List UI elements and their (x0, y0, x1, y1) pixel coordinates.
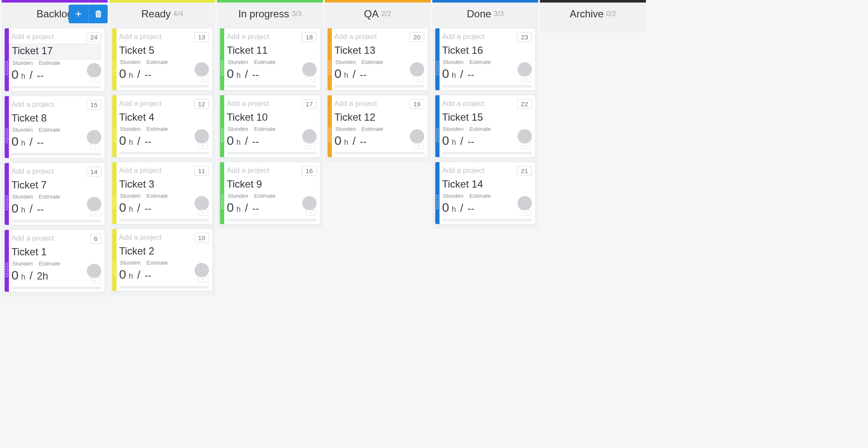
project-placeholder[interactable]: Add a project (119, 166, 161, 175)
card[interactable]: Add a project12Ticket 4StundenEstimate0h… (112, 95, 213, 158)
drag-handle-icon[interactable] (113, 261, 116, 277)
drag-handle-icon[interactable] (5, 262, 8, 277)
tag-placeholder[interactable]: -- (521, 143, 531, 149)
card[interactable]: Add a project14Ticket 7StundenEstimate0h… (4, 163, 105, 225)
project-placeholder[interactable]: Add a project (11, 33, 54, 41)
drag-handle-icon[interactable] (113, 61, 116, 76)
card-title[interactable]: Ticket 4 (117, 111, 209, 126)
assignee-avatar[interactable] (410, 129, 424, 144)
assignee-avatar[interactable] (302, 129, 317, 144)
assignee-avatar[interactable] (195, 62, 209, 77)
card[interactable]: Add a project11Ticket 3StundenEstimate0h… (112, 162, 213, 224)
card[interactable]: Add a project20Ticket 13StundenEstimate0… (327, 28, 428, 91)
card-title[interactable]: Ticket 10 (224, 111, 317, 126)
project-placeholder[interactable]: Add a project (11, 234, 54, 243)
column-header[interactable]: QA2/2 (325, 3, 431, 25)
add-card-button[interactable] (69, 5, 88, 23)
column-header[interactable]: Backlog (2, 3, 108, 25)
tag-placeholder[interactable]: -- (306, 143, 316, 149)
card-title[interactable]: Ticket 5 (117, 44, 209, 59)
project-placeholder[interactable]: Add a project (442, 100, 484, 108)
card[interactable]: Add a project18Ticket 11StundenEstimate0… (220, 28, 320, 91)
drag-handle-icon[interactable] (220, 61, 224, 76)
project-placeholder[interactable]: Add a project (119, 100, 161, 108)
tag-placeholder[interactable]: -- (198, 210, 208, 216)
tag-placeholder[interactable]: -- (306, 76, 316, 82)
card-title[interactable]: Ticket 15 (440, 111, 532, 126)
assignee-avatar[interactable] (517, 196, 532, 210)
assignee-avatar[interactable] (302, 62, 317, 77)
card-title[interactable]: Ticket 16 (440, 44, 532, 59)
card[interactable]: Add a project15Ticket 8StundenEstimate0h… (4, 96, 105, 158)
column-header[interactable]: In progress3/3 (217, 3, 323, 25)
assignee-avatar[interactable] (195, 196, 209, 210)
assignee-avatar[interactable] (195, 129, 209, 144)
assignee-avatar[interactable] (195, 263, 209, 277)
card-title[interactable]: Ticket 14 (440, 177, 532, 193)
drag-handle-icon[interactable] (328, 61, 331, 76)
card[interactable]: Add a project19Ticket 12StundenEstimate0… (327, 95, 428, 158)
tag-placeholder[interactable]: -- (90, 210, 100, 216)
project-placeholder[interactable]: Add a project (442, 166, 484, 175)
drag-handle-icon[interactable] (5, 128, 8, 144)
card[interactable]: Add a project24Ticket 17StundenEstimate0… (4, 28, 105, 91)
tag-placeholder[interactable]: -- (90, 277, 100, 283)
card-title[interactable]: Ticket 13 (332, 44, 424, 59)
assignee-avatar[interactable] (87, 63, 101, 77)
card-title[interactable]: Ticket 11 (224, 44, 317, 59)
tag-placeholder[interactable]: -- (413, 76, 423, 82)
tag-placeholder[interactable]: -- (413, 143, 423, 149)
project-placeholder[interactable]: Add a project (119, 33, 161, 41)
card-title[interactable]: Ticket 3 (117, 177, 209, 193)
tag-placeholder[interactable]: -- (521, 76, 531, 82)
drag-handle-icon[interactable] (5, 195, 8, 210)
card[interactable]: Add a project6Ticket 1StundenEstimate0h/… (4, 230, 105, 292)
project-placeholder[interactable]: Add a project (11, 167, 54, 176)
assignee-avatar[interactable] (87, 197, 101, 211)
tag-placeholder[interactable]: -- (198, 76, 208, 82)
drag-handle-icon[interactable] (436, 61, 439, 76)
tag-placeholder[interactable]: -- (306, 210, 316, 216)
card-title[interactable]: Ticket 12 (332, 111, 424, 126)
assignee-avatar[interactable] (302, 196, 317, 210)
delete-button[interactable] (88, 5, 108, 23)
drag-handle-icon[interactable] (113, 127, 116, 143)
card-title[interactable]: Ticket 8 (9, 111, 101, 127)
assignee-avatar[interactable] (87, 130, 101, 144)
card[interactable]: Add a project21Ticket 14StundenEstimate0… (435, 162, 536, 224)
column-header[interactable]: Archive0/2 (540, 3, 646, 25)
drag-handle-icon[interactable] (436, 127, 439, 143)
tag-placeholder[interactable]: -- (198, 143, 208, 149)
assignee-avatar[interactable] (410, 62, 424, 77)
drag-handle-icon[interactable] (328, 127, 331, 143)
drag-handle-icon[interactable] (113, 194, 116, 210)
project-placeholder[interactable]: Add a project (227, 166, 269, 175)
card[interactable]: Add a project16Ticket 9StundenEstimate0h… (220, 162, 320, 224)
project-placeholder[interactable]: Add a project (334, 33, 377, 41)
column-header[interactable]: Ready4/4 (109, 3, 215, 25)
tag-placeholder[interactable]: -- (90, 77, 100, 83)
project-placeholder[interactable]: Add a project (227, 33, 269, 41)
assignee-avatar[interactable] (517, 62, 532, 77)
card-title[interactable]: Ticket 2 (117, 244, 209, 260)
project-placeholder[interactable]: Add a project (334, 100, 377, 108)
card-title[interactable]: Ticket 1 (9, 245, 101, 260)
assignee-avatar[interactable] (87, 264, 101, 278)
assignee-avatar[interactable] (517, 129, 532, 144)
card[interactable]: Add a project17Ticket 10StundenEstimate0… (220, 95, 320, 158)
project-placeholder[interactable]: Add a project (119, 233, 161, 242)
drag-handle-icon[interactable] (220, 194, 224, 210)
project-placeholder[interactable]: Add a project (442, 33, 484, 41)
tag-placeholder[interactable]: -- (198, 277, 208, 282)
card[interactable]: Add a project13Ticket 5StundenEstimate0h… (112, 28, 213, 91)
column-header[interactable]: Done3/3 (432, 3, 538, 25)
card-title[interactable]: Ticket 7 (9, 178, 101, 194)
drag-handle-icon[interactable] (436, 194, 439, 210)
card-title[interactable]: Ticket 9 (224, 177, 317, 193)
card-title[interactable]: Ticket 17 (9, 44, 101, 60)
tag-placeholder[interactable]: -- (90, 144, 100, 149)
card[interactable]: Add a project22Ticket 15StundenEstimate0… (435, 95, 536, 158)
drag-handle-icon[interactable] (5, 61, 8, 76)
project-placeholder[interactable]: Add a project (227, 100, 269, 108)
drag-handle-icon[interactable] (220, 127, 224, 143)
